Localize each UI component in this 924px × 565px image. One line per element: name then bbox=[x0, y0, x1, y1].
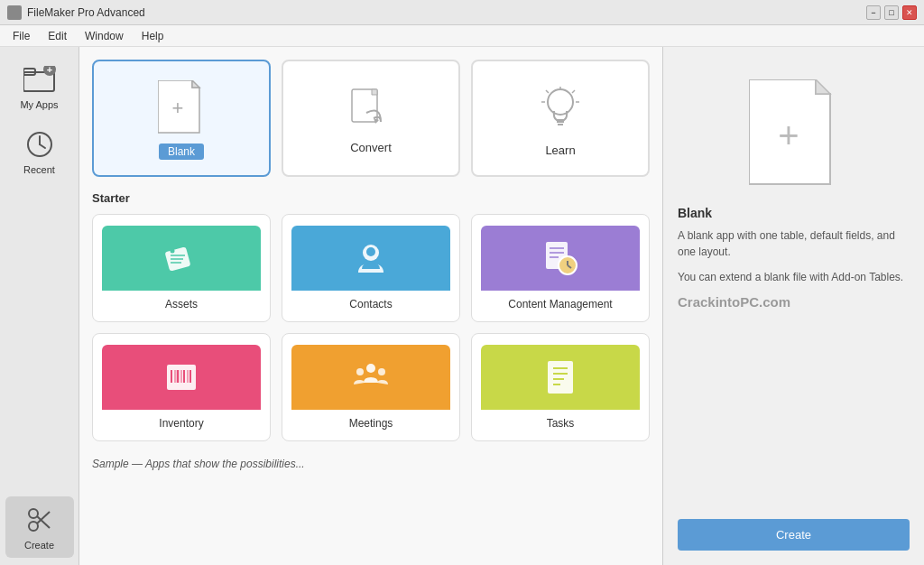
app-body: + My Apps Recent bbox=[0, 47, 924, 565]
svg-point-47 bbox=[366, 364, 375, 373]
svg-line-6 bbox=[40, 144, 45, 148]
sidebar: + My Apps Recent bbox=[0, 47, 79, 565]
inventory-label: Inventory bbox=[159, 417, 203, 430]
svg-point-49 bbox=[378, 368, 385, 375]
window-controls[interactable]: − □ ✕ bbox=[866, 5, 917, 20]
top-cards: + Blank bbox=[92, 60, 650, 177]
preview-doc-container: + bbox=[749, 79, 839, 188]
meetings-label: Meetings bbox=[349, 417, 393, 430]
svg-rect-50 bbox=[548, 361, 573, 394]
sidebar-my-apps-label: My Apps bbox=[20, 99, 58, 110]
svg-text:+: + bbox=[46, 66, 51, 75]
content-management-icon-area bbox=[481, 226, 640, 291]
preview-area: + Blank A blank app with one table, defa… bbox=[678, 61, 910, 519]
starter-card-meetings[interactable]: Meetings bbox=[282, 333, 460, 441]
preview-title: Blank bbox=[678, 206, 910, 220]
app-icon bbox=[7, 5, 22, 20]
sidebar-item-recent[interactable]: Recent bbox=[5, 121, 74, 182]
sidebar-item-create[interactable]: Create bbox=[5, 496, 74, 558]
svg-point-48 bbox=[356, 368, 364, 375]
assets-label: Assets bbox=[165, 298, 198, 310]
right-panel: + Blank A blank app with one table, defa… bbox=[662, 47, 924, 565]
svg-line-22 bbox=[572, 90, 575, 93]
svg-point-31 bbox=[366, 247, 375, 256]
svg-text:+: + bbox=[172, 97, 184, 119]
menu-help[interactable]: Help bbox=[134, 28, 171, 44]
svg-marker-12 bbox=[192, 80, 199, 88]
svg-point-26 bbox=[171, 249, 175, 254]
maximize-button[interactable]: □ bbox=[884, 5, 899, 20]
blank-card[interactable]: + Blank bbox=[92, 60, 271, 177]
contacts-icon-area bbox=[291, 226, 450, 291]
starter-card-assets[interactable]: Assets bbox=[92, 214, 271, 322]
starter-card-tasks[interactable]: Tasks bbox=[471, 333, 650, 441]
create-button[interactable]: Create bbox=[678, 519, 910, 551]
contacts-label: Contacts bbox=[349, 298, 392, 310]
preview-desc-2: You can extend a blank file with Add-on … bbox=[678, 269, 910, 285]
content-scroll[interactable]: + Blank bbox=[79, 47, 662, 565]
menu-file[interactable]: File bbox=[5, 28, 37, 44]
inventory-icon-area bbox=[102, 345, 261, 410]
svg-marker-56 bbox=[816, 79, 830, 94]
assets-icon-area bbox=[102, 226, 261, 291]
convert-icon bbox=[347, 87, 394, 134]
starter-card-inventory[interactable]: Inventory bbox=[92, 333, 271, 441]
svg-point-7 bbox=[29, 522, 38, 531]
starter-section-title: Starter bbox=[92, 191, 650, 205]
svg-point-17 bbox=[548, 89, 573, 115]
learn-label: Learn bbox=[545, 144, 575, 157]
sidebar-item-my-apps[interactable]: + My Apps bbox=[5, 56, 74, 117]
preview-desc-1: A blank app with one table, default fiel… bbox=[678, 227, 910, 260]
blank-badge: Blank bbox=[159, 144, 204, 160]
learn-card[interactable]: Learn bbox=[471, 60, 650, 177]
create-area: Create bbox=[0, 496, 79, 565]
svg-line-21 bbox=[546, 90, 549, 93]
svg-point-8 bbox=[29, 509, 38, 518]
preview-doc-icon: + bbox=[749, 79, 839, 188]
tasks-icon-area bbox=[481, 345, 640, 410]
title-bar: FileMaker Pro Advanced − □ ✕ bbox=[0, 0, 924, 25]
tasks-label: Tasks bbox=[547, 417, 575, 430]
title-bar-left: FileMaker Pro Advanced bbox=[7, 5, 145, 20]
minimize-button[interactable]: − bbox=[866, 5, 881, 20]
starter-card-content-management[interactable]: Content Management bbox=[471, 214, 650, 322]
convert-label: Convert bbox=[350, 141, 392, 154]
window-title: FileMaker Pro Advanced bbox=[27, 6, 145, 19]
starter-grid: Assets Contacts bbox=[92, 214, 650, 441]
learn-icon bbox=[537, 84, 584, 136]
close-button[interactable]: ✕ bbox=[902, 5, 917, 20]
menu-window[interactable]: Window bbox=[78, 28, 131, 44]
clock-icon bbox=[23, 128, 56, 161]
main-content: + Blank bbox=[79, 47, 662, 565]
meetings-icon-area bbox=[291, 345, 450, 410]
sidebar-recent-label: Recent bbox=[23, 164, 55, 175]
blank-doc-icon: + bbox=[158, 80, 205, 136]
starter-card-contacts[interactable]: Contacts bbox=[282, 214, 460, 322]
sample-section-label: Sample — Apps that show the possibilitie… bbox=[92, 452, 650, 474]
folder-plus-icon: + bbox=[23, 63, 56, 96]
convert-card[interactable]: Convert bbox=[282, 60, 460, 177]
menu-edit[interactable]: Edit bbox=[41, 28, 74, 44]
preview-watermark: CrackintoPC.com bbox=[678, 294, 910, 310]
preview-info: Blank A blank app with one table, defaul… bbox=[678, 206, 910, 310]
sidebar-create-label: Create bbox=[24, 540, 54, 551]
svg-marker-15 bbox=[372, 89, 377, 95]
content-management-label: Content Management bbox=[508, 298, 612, 310]
menu-bar: File Edit Window Help bbox=[0, 25, 924, 47]
scissors-icon bbox=[23, 504, 56, 536]
svg-text:+: + bbox=[778, 116, 799, 155]
